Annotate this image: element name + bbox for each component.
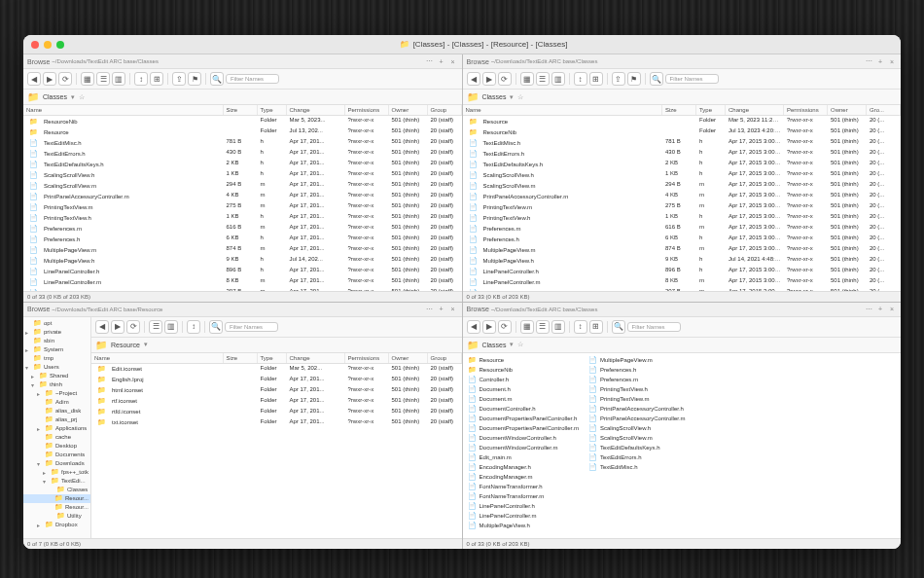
table-row[interactable]: 📄PrintingTextView.h1 KBhApr 17, 2015 3:0…: [463, 212, 902, 223]
tree-item[interactable]: ▾📁thinh: [23, 380, 90, 389]
tree-item[interactable]: ▸📁System: [23, 345, 90, 354]
col-permissions[interactable]: Permissions: [345, 105, 389, 115]
col-permissions[interactable]: Permissions: [784, 105, 828, 115]
table-row[interactable]: 📄LinePanelController.m8 KBmApr 17, 2015 …: [463, 276, 902, 287]
share-button[interactable]: ⇪: [612, 72, 625, 86]
tree-item[interactable]: 📁alias_prj: [23, 415, 90, 424]
search-input[interactable]: Filter Names: [627, 322, 681, 332]
table-row[interactable]: 📄MultiplePageView.h9 KBhJul 14, 202...?r…: [23, 255, 462, 266]
col-name[interactable]: Name: [23, 105, 224, 115]
back-button[interactable]: ◀: [27, 72, 41, 86]
tree-item[interactable]: 📁Resour...: [23, 494, 90, 503]
col-change[interactable]: Change: [287, 353, 345, 363]
table-row[interactable]: 📁ResourceNibFolderMar 5, 2023...?rwxr-xr…: [23, 116, 462, 126]
tree-item[interactable]: ▾📁Users: [23, 363, 90, 372]
tree-item[interactable]: ▸📁Shared: [23, 372, 90, 380]
table-row[interactable]: 📁rtf.iconsetFolderApr 17, 201...?rwxr-xr…: [91, 396, 462, 407]
back-button[interactable]: ◀: [95, 320, 109, 334]
dropdown-icon[interactable]: ▾: [71, 93, 75, 101]
file-list[interactable]: 📁Edit.iconsetFolderMar 5, 202...?rwxr-xr…: [91, 364, 462, 539]
current-folder-name[interactable]: Resource: [111, 342, 140, 348]
table-row[interactable]: 📄TextEditMisc.h781 BhApr 17, 2015 3:00:1…: [463, 137, 902, 148]
table-row[interactable]: 📁English.lprojFolderApr 17, 201...?rwxr-…: [91, 375, 462, 385]
dropdown-icon[interactable]: ▾: [510, 341, 514, 348]
sort-button[interactable]: ↕: [574, 72, 587, 86]
close-window-icon[interactable]: [31, 41, 39, 49]
maximize-window-icon[interactable]: [56, 41, 64, 49]
col-type[interactable]: Type: [258, 105, 287, 115]
search-icon[interactable]: 🔍: [650, 72, 663, 86]
current-folder-name[interactable]: Classes: [482, 93, 507, 100]
pane-path[interactable]: ~/Downloads/TextEdit ARC base/Classes: [491, 58, 862, 64]
search-input[interactable]: Filter Names: [665, 74, 719, 84]
forward-button[interactable]: ▶: [111, 320, 124, 334]
table-row[interactable]: 📄TextEditErrors.h430 BhApr 17, 201...?rw…: [23, 148, 462, 159]
expand-icon[interactable]: ▾: [37, 460, 43, 467]
search-icon[interactable]: 🔍: [612, 320, 625, 334]
pane-add-icon[interactable]: +: [437, 56, 446, 66]
list-item[interactable]: 📄DocumentWindowController.m: [465, 443, 582, 452]
table-row[interactable]: 📄ScalingScrollView.h1 KBhApr 17, 201...?…: [23, 169, 462, 180]
pane-menu-icon[interactable]: ⋯: [864, 56, 873, 66]
tree-item[interactable]: ▾📁TextEdi...: [23, 477, 90, 486]
table-row[interactable]: 📄PrintPanelAccessoryController.m4 KBmApr…: [23, 191, 462, 201]
col-group[interactable]: Group: [428, 105, 462, 115]
refresh-button[interactable]: ⟳: [498, 72, 512, 86]
table-row[interactable]: 📄LinePanelController.h896 BhApr 17, 2015…: [463, 266, 902, 276]
forward-button[interactable]: ▶: [482, 320, 496, 334]
view-columns-button[interactable]: ▥: [551, 72, 565, 86]
tree-item[interactable]: 📁cache: [23, 433, 90, 442]
list-item[interactable]: 📁ResourceNib: [465, 365, 582, 375]
col-size[interactable]: Size: [662, 105, 696, 115]
minimize-window-icon[interactable]: [44, 41, 52, 49]
table-row[interactable]: 📁ResourceFolderJul 13, 202...?rwxr-xr-x5…: [23, 126, 462, 137]
view-icons-button[interactable]: ▦: [81, 72, 94, 86]
list-item[interactable]: 📄PrintPanelAccessoryController.m: [586, 414, 689, 423]
table-row[interactable]: 📄PrintingTextView.m275 BmApr 17, 2015 3:…: [463, 201, 902, 212]
list-item[interactable]: 📄ScalingScrollView.m: [586, 433, 689, 443]
pane-path[interactable]: ~/Downloads/TextEdit ARC base/Classes: [52, 58, 422, 64]
expand-icon[interactable]: ▾: [31, 381, 37, 388]
current-folder-name[interactable]: Classes: [43, 93, 67, 100]
pane-menu-icon[interactable]: ⋯: [425, 56, 435, 66]
list-item[interactable]: 📄EncodingManager.m: [465, 472, 582, 482]
list-item[interactable]: 📄MultiplePageView.m: [586, 355, 689, 365]
list-item[interactable]: 📄ScalingScrollView.h: [586, 423, 689, 433]
col-name[interactable]: Name: [91, 353, 224, 363]
pane-add-icon[interactable]: +: [437, 305, 446, 314]
col-change[interactable]: Change: [726, 105, 784, 115]
view-icons-button[interactable]: ▦: [520, 320, 534, 334]
group-button[interactable]: ⊞: [150, 72, 163, 86]
table-row[interactable]: 📄ScalingScrollView.h1 KBhApr 17, 2015 3:…: [463, 169, 902, 180]
icon-list[interactable]: 📁Resource📁ResourceNib📄Controller.h📄Docum…: [463, 353, 902, 539]
list-item[interactable]: 📄Document.h: [465, 384, 582, 394]
tree-item[interactable]: ▸📁Applications: [23, 424, 90, 433]
tree-item[interactable]: 📁Utility: [23, 512, 90, 521]
tree-item[interactable]: 📁sbin: [23, 337, 90, 345]
col-type[interactable]: Type: [258, 353, 287, 363]
favorite-icon[interactable]: ☆: [517, 93, 523, 101]
dropdown-icon[interactable]: ▾: [510, 93, 514, 101]
tree-item[interactable]: 📁tmp: [23, 354, 90, 363]
forward-button[interactable]: ▶: [43, 72, 56, 86]
col-owner[interactable]: Owner: [389, 105, 428, 115]
pane-path[interactable]: ~/Downloads/TextEdit ARC base/Classes: [491, 307, 862, 312]
pane-add-icon[interactable]: +: [875, 56, 885, 66]
col-size[interactable]: Size: [224, 105, 258, 115]
pane-close-icon[interactable]: ×: [448, 305, 458, 314]
tree-item[interactable]: 📁Resour...: [23, 503, 90, 512]
tree-item[interactable]: ▸📁fps++_totk: [23, 468, 90, 477]
table-row[interactable]: 📄PrintingTextView.h1 KBhApr 17, 201...?r…: [23, 212, 462, 223]
expand-icon[interactable]: ▸: [37, 390, 43, 397]
table-row[interactable]: 📄TextEditErrors.h430 BhApr 17, 2015 3:00…: [463, 148, 902, 159]
list-item[interactable]: 📄Document.m: [465, 394, 582, 404]
table-row[interactable]: 📄LinePanelController.h896 BhApr 17, 201.…: [23, 266, 462, 276]
pane-menu-icon[interactable]: ⋯: [425, 305, 435, 314]
dropdown-icon[interactable]: ▾: [144, 341, 148, 348]
table-row[interactable]: 📁ResourceNibFolderJul 13, 2023 4:20:08?r…: [463, 126, 902, 137]
file-list[interactable]: 📁ResourceNibFolderMar 5, 2023...?rwxr-xr…: [23, 116, 462, 291]
tree-item[interactable]: 📁Documents: [23, 451, 90, 459]
forward-button[interactable]: ▶: [482, 72, 496, 86]
tree-item[interactable]: 📁alias_disk: [23, 407, 90, 415]
refresh-button[interactable]: ⟳: [58, 72, 72, 86]
